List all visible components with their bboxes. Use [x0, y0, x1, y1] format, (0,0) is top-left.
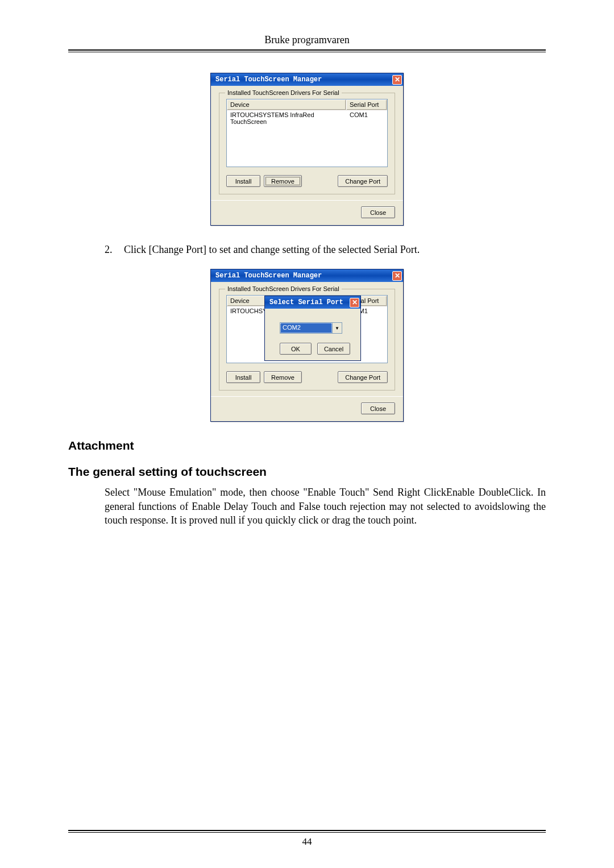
- serial-touchscreen-manager-dialog-2: Serial TouchScreen Manager ✕ Installed T…: [210, 269, 404, 422]
- col-serial-port[interactable]: Serial Port: [346, 99, 387, 110]
- window-title: Serial TouchScreen Manager: [215, 272, 392, 280]
- change-port-button[interactable]: Change Port: [338, 371, 388, 383]
- step-text: 2.Click [Change Port] to set and change …: [105, 243, 546, 256]
- page-header: Bruke programvaren: [68, 34, 546, 46]
- table-row[interactable]: IRTOUCHSYSTEMS InfraRed TouchScreen COM1: [227, 110, 387, 126]
- install-button[interactable]: Install: [226, 175, 260, 187]
- cell-port: COM1: [346, 110, 387, 126]
- page-number: 44: [0, 836, 614, 848]
- group-legend: Installed TouchScreen Drivers For Serial: [225, 89, 342, 96]
- header-rule: [68, 49, 546, 52]
- remove-button[interactable]: Remove: [264, 175, 302, 187]
- titlebar: Serial TouchScreen Manager ✕: [211, 73, 403, 86]
- cancel-button[interactable]: Cancel: [317, 343, 350, 355]
- close-icon[interactable]: ✕: [392, 271, 402, 281]
- close-button[interactable]: Close: [361, 206, 395, 218]
- serial-port-combobox[interactable]: COM2 ▼: [280, 322, 342, 334]
- remove-button[interactable]: Remove: [264, 371, 302, 383]
- titlebar: Select Serial Port ✕: [265, 296, 360, 309]
- heading-general-setting: The general setting of touchscreen: [68, 465, 546, 479]
- window-title: Serial TouchScreen Manager: [215, 76, 392, 84]
- list-header: Device Serial Port: [227, 99, 387, 110]
- col-device[interactable]: Device: [227, 99, 346, 110]
- paragraph-general-setting: Select "Mouse Emulation" mode, then choo…: [105, 485, 546, 527]
- cell-device: IRTOUCHSYSTEMS InfraRed TouchScreen: [227, 110, 346, 126]
- serial-touchscreen-manager-dialog: Serial TouchScreen Manager ✕ Installed T…: [210, 73, 404, 226]
- select-serial-port-dialog: Select Serial Port ✕ COM2 ▼ OK Cancel: [264, 296, 361, 361]
- ok-button[interactable]: OK: [280, 343, 312, 355]
- heading-attachment: Attachment: [68, 439, 546, 452]
- step-body: Click [Change Port] to set and change se…: [124, 244, 420, 255]
- chevron-down-icon[interactable]: ▼: [332, 323, 342, 333]
- close-button[interactable]: Close: [361, 402, 395, 414]
- change-port-button[interactable]: Change Port: [338, 175, 388, 187]
- step-number: 2.: [105, 243, 124, 256]
- window-title: Select Serial Port: [269, 298, 350, 306]
- serial-port-value[interactable]: COM2: [280, 323, 332, 333]
- install-button[interactable]: Install: [226, 371, 260, 383]
- installed-drivers-group: Installed TouchScreen Drivers For Serial…: [219, 93, 395, 194]
- group-legend: Installed TouchScreen Drivers For Serial: [225, 285, 342, 292]
- titlebar: Serial TouchScreen Manager ✕: [211, 269, 403, 282]
- close-icon[interactable]: ✕: [392, 75, 402, 85]
- drivers-listview[interactable]: Device Serial Port IRTOUCHSYSTEMS InfraR…: [226, 99, 388, 167]
- close-icon[interactable]: ✕: [350, 298, 359, 308]
- footer-rule: [68, 830, 546, 833]
